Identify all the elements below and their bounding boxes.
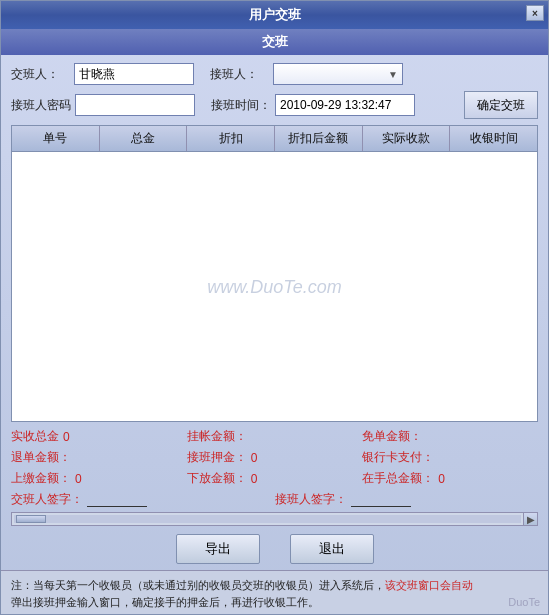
stats-row-4: 交班人签字： 接班人签字： (11, 491, 538, 508)
stat-submitted: 上缴金额： 0 (11, 470, 187, 487)
note-text-2: 弹出接班押金输入窗口，确定接手的押金后，再进行收银工作。 (11, 596, 319, 608)
stat-receiver-signature: 接班人签字： (275, 491, 539, 508)
main-window: 用户交班 × 交班 交班人： 接班人： ▼ 接班人密码 接班时间： (0, 0, 549, 615)
duote-logo: DuoTe (508, 594, 540, 611)
handover-label: 交班人： (11, 66, 66, 83)
col-cashier-time: 收银时间 (450, 126, 537, 151)
table-body: www.DuoTe.com (12, 152, 537, 421)
col-order-no: 单号 (12, 126, 100, 151)
note-text-1: 注：当每天第一个收银员（或未通过别的收银员交班的收银员）进入系统后， (11, 579, 385, 591)
time-label: 接班时间： (211, 97, 271, 114)
exit-button[interactable]: 退出 (290, 534, 374, 564)
scrollbar[interactable]: ▶ (11, 512, 538, 526)
col-discounted-amount: 折扣后金额 (275, 126, 363, 151)
table-header: 单号 总金 折扣 折扣后金额 实际收款 收银时间 (12, 126, 537, 152)
scrollbar-track (14, 515, 521, 523)
receiver-signature-input[interactable] (351, 492, 411, 507)
export-button[interactable]: 导出 (176, 534, 260, 564)
password-label: 接班人密码 (11, 97, 71, 114)
form-row-2: 接班人密码 接班时间： 确定交班 (11, 91, 538, 119)
note-area: 注：当每天第一个收银员（或未通过别的收银员交班的收银员）进入系统后，该交班窗口会… (1, 570, 548, 614)
section-header: 交班 (1, 29, 548, 55)
form-area: 交班人： 接班人： ▼ 接班人密码 接班时间： 确定交班 (1, 55, 548, 125)
close-button[interactable]: × (526, 5, 544, 21)
bottom-buttons: 导出 退出 (1, 526, 548, 570)
note-text-red: 该交班窗口会自动 (385, 579, 473, 591)
stat-handover-signature: 交班人签字： (11, 491, 275, 508)
scroll-right-arrow[interactable]: ▶ (523, 513, 537, 525)
form-row-1: 交班人： 接班人： ▼ (11, 63, 538, 85)
col-actual-received: 实际收款 (363, 126, 451, 151)
stat-released: 下放金额： 0 (187, 470, 363, 487)
stat-refund-amount: 退单金额： (11, 449, 187, 466)
window-controls: × (526, 5, 544, 21)
stats-row-1: 实收总金 0 挂帐金额： 免单金额： (11, 428, 538, 445)
stat-credit-amount: 挂帐金额： (187, 428, 363, 445)
password-input[interactable] (75, 94, 195, 116)
handover-input[interactable] (74, 63, 194, 85)
stats-row-3: 上缴金额： 0 下放金额： 0 在手总金额： 0 (11, 470, 538, 487)
stat-on-hand-total: 在手总金额： 0 (362, 470, 538, 487)
scrollbar-thumb[interactable] (16, 515, 46, 523)
watermark: www.DuoTe.com (207, 276, 341, 297)
window-title: 用户交班 (249, 6, 301, 24)
stats-area: 实收总金 0 挂帐金额： 免单金额： 退单金额： 接班押金： 0 (1, 422, 548, 512)
col-total: 总金 (100, 126, 188, 151)
time-input[interactable] (275, 94, 415, 116)
receiver-dropdown[interactable]: ▼ (273, 63, 403, 85)
confirm-handover-button[interactable]: 确定交班 (464, 91, 538, 119)
title-bar: 用户交班 × (1, 1, 548, 29)
stat-free-amount: 免单金额： (362, 428, 538, 445)
receiver-label: 接班人： (210, 66, 265, 83)
stat-actual-total: 实收总金 0 (11, 428, 187, 445)
data-table: 单号 总金 折扣 折扣后金额 实际收款 收银时间 www.DuoTe.com (11, 125, 538, 422)
chevron-down-icon: ▼ (388, 69, 398, 80)
handover-signature-input[interactable] (87, 492, 147, 507)
col-discount: 折扣 (187, 126, 275, 151)
stat-bank-card: 银行卡支付： (362, 449, 538, 466)
stats-row-2: 退单金额： 接班押金： 0 银行卡支付： (11, 449, 538, 466)
stat-deposit: 接班押金： 0 (187, 449, 363, 466)
